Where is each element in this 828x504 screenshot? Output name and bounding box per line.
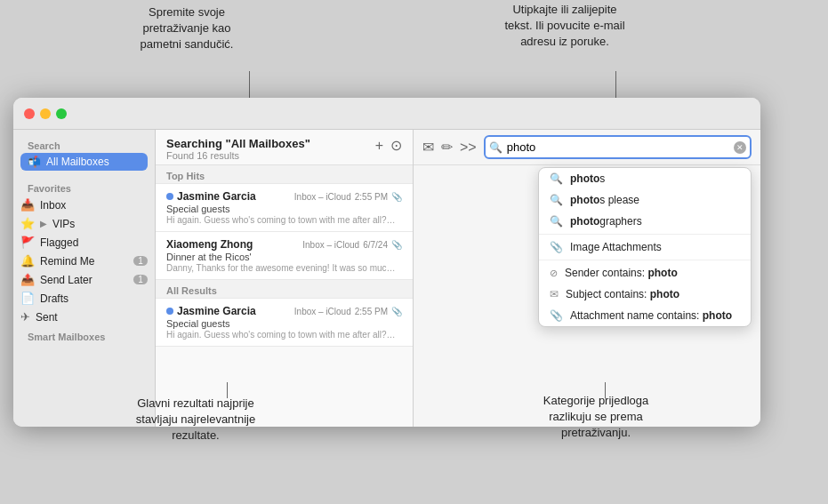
callout-bottom-right: Kategorije prijedloga razlikuju se prema… — [498, 393, 694, 442]
sidebar-favorites-label: Favorites — [13, 178, 155, 196]
detail-toolbar: ✉ ✏ >> 🔍 ✕ — [414, 130, 760, 165]
remind-me-badge: 1 — [133, 256, 148, 266]
title-bar — [13, 98, 760, 130]
sidebar: Search 📬 All Mailboxes Favorites 📥 Inbox… — [13, 130, 156, 427]
mail-item-top-1[interactable]: Jasmine Garcia Inbox – iCloud 2:55 PM 📎 … — [156, 184, 413, 232]
sidebar-item-sent[interactable]: ✈ Sent — [13, 308, 155, 326]
compose-toolbar-icon[interactable]: ✏ — [441, 139, 453, 156]
callout-line-4 — [605, 382, 606, 398]
inbox-icon: 📥 — [20, 198, 35, 212]
search-suggest-icon-1: 🔍 — [550, 172, 563, 185]
sent-icon: ✈ — [20, 310, 30, 324]
search-icon: 🔍 — [489, 141, 502, 154]
vip-chevron: ▶ — [40, 219, 47, 228]
more-toolbar-icon[interactable]: >> — [460, 140, 477, 156]
autocomplete-item-6[interactable]: ✉ Subject contains: photo — [539, 284, 751, 305]
sidebar-search-label: Search — [20, 140, 148, 151]
callout-top-right: Utipkajte ili zalijepite tekst. Ili povu… — [471, 2, 658, 51]
sidebar-item-drafts[interactable]: 📄 Drafts — [13, 289, 155, 308]
window-body: Search 📬 All Mailboxes Favorites 📥 Inbox… — [13, 130, 760, 427]
top-hits-header: Top Hits — [156, 165, 413, 184]
unread-dot-2 — [166, 308, 173, 315]
sidebar-item-remind-me[interactable]: 🔔 Remind Me 1 — [13, 252, 155, 270]
sidebar-item-inbox[interactable]: 📥 Inbox — [13, 196, 155, 214]
autocomplete-item-7[interactable]: 📎 Attachment name contains: photo — [539, 305, 751, 326]
mail-list-header: Searching "All Mailboxes" Found 16 resul… — [156, 130, 413, 165]
search-clear-button[interactable]: ✕ — [734, 141, 746, 154]
flagged-icon: 🚩 — [20, 236, 35, 249]
unread-dot — [166, 193, 173, 200]
vip-icon: ⭐ — [20, 217, 35, 230]
search-suggest-icon-3: 🔍 — [550, 215, 563, 228]
autocomplete-item-4[interactable]: 📎 Image Attachments — [539, 236, 751, 258]
mail-list-pane: Searching "All Mailboxes" Found 16 resul… — [156, 130, 414, 427]
sidebar-item-send-later[interactable]: 📤 Send Later 1 — [13, 270, 155, 289]
mail-item-top-2[interactable]: Xiaomeng Zhong Inbox – iCloud 6/7/24 📎 D… — [156, 232, 413, 280]
attachment-icon-3: 📎 — [391, 307, 402, 316]
filter-button[interactable]: ⊙ — [390, 137, 402, 154]
drafts-icon: 📄 — [20, 292, 35, 305]
mail-list-subtitle: Found 16 results — [166, 150, 310, 161]
sidebar-smart-mailboxes-label: Smart Mailboxes — [13, 326, 155, 344]
traffic-lights — [24, 108, 67, 119]
mailbox-icon: 📬 — [28, 156, 41, 168]
send-later-icon: 📤 — [20, 273, 35, 286]
attachment-icon: 📎 — [391, 192, 402, 202]
autocomplete-dropdown: 🔍 photos 🔍 photos please 🔍 photographers… — [538, 167, 752, 327]
add-mailbox-button[interactable]: + — [375, 138, 383, 154]
attachment-icon-2: 📎 — [391, 240, 402, 250]
close-button[interactable] — [24, 108, 35, 119]
callout-top-left: Spremite svoje pretraživanje kao pametni… — [107, 4, 267, 53]
mail-window: Search 📬 All Mailboxes Favorites 📥 Inbox… — [13, 98, 760, 427]
maximize-button[interactable] — [56, 108, 67, 119]
attachment-name-suggest-icon: 📎 — [550, 309, 563, 322]
sender-suggest-icon: ⊘ — [550, 268, 558, 279]
minimize-button[interactable] — [40, 108, 51, 119]
autocomplete-item-5[interactable]: ⊘ Sender contains: photo — [539, 262, 751, 284]
search-suggest-icon-2: 🔍 — [550, 194, 563, 206]
sidebar-all-mailboxes[interactable]: 📬 All Mailboxes — [20, 153, 148, 171]
autocomplete-item-2[interactable]: 🔍 photos please — [539, 189, 751, 211]
attachment-suggest-icon: 📎 — [550, 241, 563, 253]
callout-line-3 — [227, 382, 228, 398]
send-later-badge: 1 — [133, 275, 148, 284]
mail-list-title: Searching "All Mailboxes" — [166, 137, 310, 150]
callout-bottom-left: Glavni rezultati najprije stavljaju najr… — [107, 396, 285, 444]
all-results-header: All Results — [156, 280, 413, 299]
mail-item-result-1[interactable]: Jasmine Garcia Inbox – iCloud 2:55 PM 📎 … — [156, 299, 413, 347]
subject-suggest-icon: ✉ — [550, 288, 559, 300]
mail-toolbar-icon[interactable]: ✉ — [422, 139, 434, 156]
search-input[interactable] — [484, 135, 752, 159]
autocomplete-item-3[interactable]: 🔍 photographers — [539, 211, 751, 232]
sidebar-item-flagged[interactable]: 🚩 Flagged — [13, 233, 155, 252]
autocomplete-divider-1 — [539, 234, 751, 235]
remind-me-icon: 🔔 — [20, 254, 35, 268]
detail-pane: ✉ ✏ >> 🔍 ✕ 🔍 photos 🔍 pho — [414, 130, 760, 427]
autocomplete-divider-2 — [539, 260, 751, 260]
sidebar-item-vips[interactable]: ⭐ ▶ VIPs — [13, 214, 155, 233]
sidebar-search-section: Search 📬 All Mailboxes — [13, 137, 155, 178]
autocomplete-item-1[interactable]: 🔍 photos — [539, 168, 751, 189]
search-box-wrapper: 🔍 ✕ — [484, 135, 752, 159]
